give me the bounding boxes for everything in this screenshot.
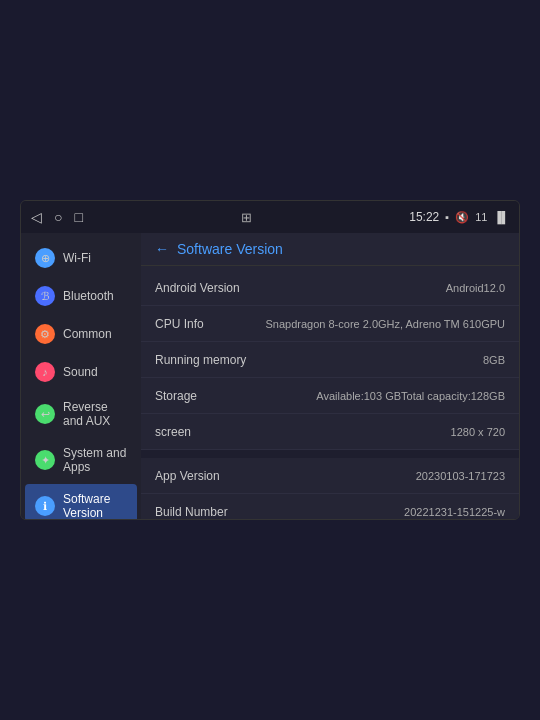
software-icon: ℹ [35,496,55,516]
wifi-icon: ⊕ [35,248,55,268]
info-table: Android VersionAndroid12.0CPU InfoSnapdr… [141,266,519,519]
battery-icon: ▐▌ [493,211,509,223]
table-row: App Version20230103-171723 [141,458,519,494]
info-value: 8GB [265,354,505,366]
sidebar-label-wifi: Wi-Fi [63,251,91,265]
sidebar-item-common[interactable]: ⚙Common [25,316,137,352]
clock: 15:22 [409,210,439,224]
info-label: Build Number [155,505,265,519]
table-row: CPU InfoSnapdragon 8-core 2.0GHz, Adreno… [141,306,519,342]
info-value: Available:103 GBTotal capacity:128GB [265,390,505,402]
status-bar: ◁ ○ □ ⊞ 15:22 ▪ 🔇 11 ▐▌ [21,201,519,233]
table-row: StorageAvailable:103 GBTotal capacity:12… [141,378,519,414]
signal-icon: ▪ [445,211,449,223]
sidebar-label-system: System and Apps [63,446,127,474]
multi-window-icon[interactable]: ⊞ [241,210,252,225]
table-row: Build Number20221231-151225-w [141,494,519,519]
sidebar-item-software[interactable]: ℹSoftware Version [25,484,137,519]
table-row: Android VersionAndroid12.0 [141,270,519,306]
info-value: Android12.0 [265,282,505,294]
table-row: screen1280 x 720 [141,414,519,450]
sidebar-label-reverse: Reverse and AUX [63,400,127,428]
home-nav-icon[interactable]: ○ [54,209,62,225]
system-icon: ✦ [35,450,55,470]
sidebar-item-wifi[interactable]: ⊕Wi-Fi [25,240,137,276]
sidebar: ⊕Wi-FiℬBluetooth⚙Common♪Sound↩Reverse an… [21,233,141,519]
bluetooth-icon: ℬ [35,286,55,306]
info-label: Storage [155,389,265,403]
table-row: Running memory8GB [141,342,519,378]
info-label: CPU Info [155,317,265,331]
content-header: ← Software Version [141,233,519,266]
common-icon: ⚙ [35,324,55,344]
sidebar-label-sound: Sound [63,365,98,379]
recents-nav-icon[interactable]: □ [74,209,82,225]
back-nav-icon[interactable]: ◁ [31,209,42,225]
sidebar-label-bluetooth: Bluetooth [63,289,114,303]
content-area: ← Software Version Android VersionAndroi… [141,233,519,519]
center-controls: ⊞ [241,210,252,225]
info-label: Android Version [155,281,265,295]
device-frame: ◁ ○ □ ⊞ 15:22 ▪ 🔇 11 ▐▌ ⊕Wi-FiℬBluetooth… [20,200,520,520]
nav-controls: ◁ ○ □ [31,209,83,225]
sidebar-label-common: Common [63,327,112,341]
reverse-icon: ↩ [35,404,55,424]
main-area: ⊕Wi-FiℬBluetooth⚙Common♪Sound↩Reverse an… [21,233,519,519]
sound-icon: ♪ [35,362,55,382]
info-value: 1280 x 720 [265,426,505,438]
info-value: 20221231-151225-w [265,506,505,518]
sidebar-item-sound[interactable]: ♪Sound [25,354,137,390]
volume-level: 11 [475,211,487,223]
section-divider [141,450,519,458]
sidebar-item-system[interactable]: ✦System and Apps [25,438,137,482]
info-label: screen [155,425,265,439]
info-label: App Version [155,469,265,483]
content-title: Software Version [177,241,283,257]
content-back-button[interactable]: ← [155,241,169,257]
status-indicators: 15:22 ▪ 🔇 11 ▐▌ [409,210,509,224]
volume-icon: 🔇 [455,211,469,224]
sidebar-label-software: Software Version [63,492,127,519]
sidebar-item-reverse[interactable]: ↩Reverse and AUX [25,392,137,436]
info-value: Snapdragon 8-core 2.0GHz, Adreno TM 610G… [265,318,505,330]
info-label: Running memory [155,353,265,367]
info-value: 20230103-171723 [265,470,505,482]
sidebar-item-bluetooth[interactable]: ℬBluetooth [25,278,137,314]
